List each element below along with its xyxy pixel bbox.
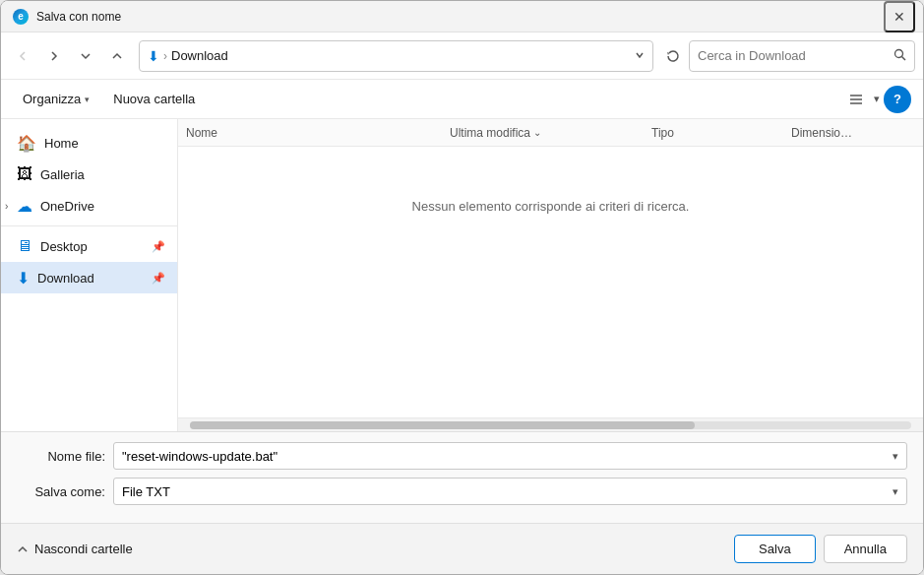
sidebar-item-home[interactable]: 🏠 Home [1,127,177,159]
filename-input[interactable] [122,449,893,464]
toolbar: Organizza ▾ Nuova cartella ▾ ? [1,80,923,119]
download-pin-icon: 📌 [152,272,165,285]
address-chevron-icon[interactable] [635,50,645,62]
filename-label: Nome file: [17,449,105,464]
download-location-icon: ⬇ [148,48,159,64]
title-bar-left: e Salva con nome [13,9,121,25]
footer-actions: Salva Annulla [734,535,907,563]
sidebar: 🏠 Home 🖼 Galleria › ☁ OneDrive 🖥 Desktop… [1,119,178,431]
filetype-value: File TXT [122,484,170,499]
cancel-button[interactable]: Annulla [824,535,907,563]
main-content: 🏠 Home 🖼 Galleria › ☁ OneDrive 🖥 Desktop… [1,119,923,431]
back-button[interactable] [9,42,36,70]
horizontal-scrollbar[interactable] [178,417,923,431]
sidebar-item-desktop[interactable]: 🖥 Desktop 📌 [1,230,177,262]
home-icon: 🏠 [17,134,36,153]
address-bar[interactable]: ⬇ › Download [139,40,653,72]
close-button[interactable]: ✕ [884,1,915,32]
sidebar-item-download[interactable]: ⬇ Download 📌 [1,262,177,293]
filetype-dropdown-icon: ▾ [893,485,898,498]
help-button[interactable]: ? [884,86,911,113]
filetype-select[interactable]: File TXT ▾ [113,478,907,505]
file-list-body: Nessun elemento corrisponde ai criteri d… [178,147,923,417]
view-chevron-icon[interactable]: ▾ [874,93,880,105]
dialog-title: Salva con nome [36,10,121,24]
scrollbar-thumb[interactable] [190,421,695,429]
filename-input-container[interactable]: ▾ [113,442,907,470]
view-toggle-button[interactable] [842,86,870,113]
file-list: Nome Ultima modifica ⌄ Tipo Dimensio… Ne… [178,119,923,431]
col-modified-header[interactable]: Ultima modifica ⌄ [442,119,644,146]
search-bar [689,40,915,72]
download-icon: ⬇ [17,269,30,288]
up-button[interactable] [103,42,131,70]
refresh-button[interactable] [661,44,685,68]
hide-folders-label: Nascondi cartelle [34,542,133,556]
organize-chevron-icon: ▾ [85,95,90,104]
filetype-label: Salva come: [17,484,105,499]
sort-icon: ⌄ [533,127,541,138]
dropdown-button[interactable] [72,42,99,70]
filetype-row: Salva come: File TXT ▾ [17,478,907,505]
bottom-section: Nome file: ▾ Salva come: File TXT ▾ [1,431,923,523]
title-bar: e Salva con nome ✕ [1,1,923,32]
file-list-header: Nome Ultima modifica ⌄ Tipo Dimensio… [178,119,923,147]
nav-bar: ⬇ › Download [1,32,923,80]
col-type-header[interactable]: Tipo [644,119,783,146]
onedrive-icon: ☁ [17,197,32,216]
col-name-header[interactable]: Nome [178,119,442,146]
address-text: Download [171,48,631,63]
hide-folders-toggle[interactable]: Nascondi cartelle [17,542,133,556]
new-folder-button[interactable]: Nuova cartella [103,88,205,110]
desktop-pin-icon: 📌 [152,240,165,253]
footer: Nascondi cartelle Salva Annulla [1,523,923,574]
empty-message: Nessun elemento corrisponde ai criteri d… [178,147,923,265]
search-icon [893,48,906,64]
app-icon: e [13,9,29,25]
gallery-icon: 🖼 [17,165,32,183]
filename-dropdown-icon: ▾ [893,450,898,463]
filename-row: Nome file: ▾ [17,442,907,470]
sidebar-item-gallery[interactable]: 🖼 Galleria [1,159,177,190]
chevron-up-icon [17,543,29,555]
save-dialog: e Salva con nome ✕ ⬇ › Download [0,0,924,575]
scrollbar-track [190,421,911,429]
svg-line-1 [902,56,906,60]
desktop-icon: 🖥 [17,237,32,255]
save-button[interactable]: Salva [734,535,816,563]
expand-arrow-icon: › [5,201,8,212]
sidebar-item-onedrive[interactable]: › ☁ OneDrive [1,190,177,222]
search-input[interactable] [698,48,890,63]
sidebar-divider [1,225,177,226]
svg-point-0 [895,49,903,57]
forward-button[interactable] [40,42,68,70]
col-size-header[interactable]: Dimensio… [783,119,923,146]
organize-button[interactable]: Organizza ▾ [13,88,99,110]
